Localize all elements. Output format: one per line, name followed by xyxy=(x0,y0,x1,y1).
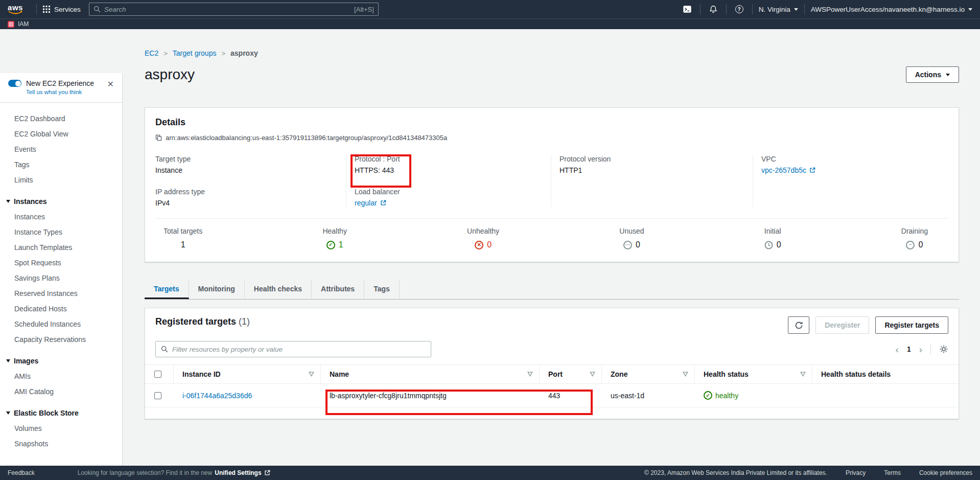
current-page[interactable]: 1 xyxy=(907,345,911,353)
chevron-down-icon xyxy=(968,8,972,11)
privacy-link[interactable]: Privacy xyxy=(846,469,866,476)
details-heading: Details xyxy=(155,117,948,128)
section-label: Images xyxy=(14,357,38,365)
new-ec2-experience-toggle[interactable] xyxy=(8,80,21,87)
target-group-arn: arn:aws:elasticloadbalancing:us-east-1:3… xyxy=(166,134,447,142)
main-content: EC2 > Target groups > asproxy asproxy Ac… xyxy=(123,29,980,466)
deregister-button[interactable]: Deregister xyxy=(815,316,869,334)
field-label: Target type xyxy=(155,155,337,163)
stat-label: Total targets xyxy=(164,227,202,235)
field-load-balancer: Load balancer regular xyxy=(355,188,542,207)
sidebar-section-elastic-block-store[interactable]: Elastic Block Store xyxy=(0,405,122,421)
load-balancer-link[interactable]: regular xyxy=(355,199,377,207)
region-selector[interactable]: N. Virginia xyxy=(759,6,798,13)
sidebar-item-limits[interactable]: Limits xyxy=(0,172,122,188)
sidebar-item-instances[interactable]: Instances xyxy=(0,209,122,224)
register-targets-button[interactable]: Register targets xyxy=(875,316,948,334)
targets-filter-input[interactable] xyxy=(172,346,426,353)
sidebar-section-images[interactable]: Images xyxy=(0,353,122,369)
sidebar-item-instance-types[interactable]: Instance Types xyxy=(0,224,122,240)
field-ip-address-type: IP address type IPv4 xyxy=(155,188,337,207)
sidebar-item-volumes[interactable]: Volumes xyxy=(0,421,122,436)
health-status-text: healthy xyxy=(715,392,738,400)
sidebar-item-ec2-global-view[interactable]: EC2 Global View xyxy=(0,126,122,142)
top-navigation-bar: aws Services [Alt+S] ? N. Virginia AWSPo… xyxy=(0,0,980,18)
sidebar-item-reserved-instances[interactable]: Reserved Instances xyxy=(0,286,122,301)
global-search[interactable]: [Alt+S] xyxy=(89,3,379,16)
health-status-value: ✓ healthy xyxy=(704,391,738,400)
filter-icon[interactable] xyxy=(800,372,806,377)
cloudshell-button[interactable] xyxy=(681,3,694,16)
breadcrumb-target-groups[interactable]: Target groups xyxy=(173,49,217,57)
row-checkbox[interactable] xyxy=(154,392,161,399)
breadcrumb-ec2[interactable]: EC2 xyxy=(145,49,158,57)
search-input[interactable] xyxy=(104,6,351,13)
target-zone: us-east-1d xyxy=(611,392,644,400)
initial-clock-icon xyxy=(764,241,773,249)
sidebar-item-capacity-reservations[interactable]: Capacity Reservations xyxy=(0,332,122,347)
column-health-status-details: Health status details xyxy=(821,370,891,378)
stat-healthy: Healthy ✓1 xyxy=(322,227,346,249)
sidebar-section-instances[interactable]: Instances xyxy=(0,194,122,209)
sidebar-item-savings-plans[interactable]: Savings Plans xyxy=(0,270,122,286)
stat-value: 0 xyxy=(487,240,492,249)
previous-page-icon[interactable]: ‹ xyxy=(896,345,899,354)
services-label: Services xyxy=(54,6,81,13)
services-menu-button[interactable]: Services xyxy=(43,6,81,13)
breadcrumb: EC2 > Target groups > asproxy xyxy=(145,49,959,57)
field-protocol-version: Protocol version HTTP1 xyxy=(559,155,743,174)
sidebar-item-spot-requests[interactable]: Spot Requests xyxy=(0,255,122,270)
select-all-checkbox[interactable] xyxy=(154,371,161,378)
filter-icon[interactable] xyxy=(683,372,688,377)
sidebar-item-launch-templates[interactable]: Launch Templates xyxy=(0,240,122,255)
vpc-link[interactable]: vpc-2657db5c xyxy=(761,166,806,174)
tab-targets[interactable]: Targets xyxy=(145,280,189,299)
tab-attributes[interactable]: Attributes xyxy=(312,280,364,299)
copy-icon[interactable] xyxy=(155,134,162,141)
sidebar-item-events[interactable]: Events xyxy=(0,142,122,157)
actions-button[interactable]: Actions xyxy=(906,66,959,83)
sidebar-item-ami-catalog[interactable]: AMI Catalog xyxy=(0,384,122,399)
aws-logo-text: aws xyxy=(8,4,23,11)
field-value: HTTP1 xyxy=(559,166,743,174)
favorite-iam[interactable]: IAM xyxy=(8,20,29,28)
favorites-bar: IAM xyxy=(0,18,980,29)
next-page-icon[interactable]: › xyxy=(919,345,922,354)
external-link-icon xyxy=(380,200,386,206)
filter-icon[interactable] xyxy=(309,372,314,377)
tab-health-checks[interactable]: Health checks xyxy=(245,280,312,299)
gear-icon[interactable] xyxy=(939,345,948,354)
sidebar-item-tags[interactable]: Tags xyxy=(0,157,122,172)
filter-icon[interactable] xyxy=(590,372,595,377)
stat-value: 0 xyxy=(918,240,923,249)
bell-icon xyxy=(709,5,717,13)
cookie-preferences-link[interactable]: Cookie preferences xyxy=(919,469,972,476)
targets-filter[interactable] xyxy=(155,341,431,357)
sidebar: New EC2 Experience Tell us what you thin… xyxy=(0,29,123,466)
filter-icon[interactable] xyxy=(527,372,533,377)
tab-monitoring[interactable]: Monitoring xyxy=(189,280,245,299)
sidebar-item-dedicated-hosts[interactable]: Dedicated Hosts xyxy=(0,301,122,316)
tell-us-link[interactable]: Tell us what you think xyxy=(26,89,115,95)
help-button[interactable]: ? xyxy=(733,3,746,16)
stat-value: 1 xyxy=(339,240,343,249)
aws-logo[interactable]: aws xyxy=(8,4,23,15)
account-menu[interactable]: AWSPowerUserAccess/navaneeth.kn@harness.… xyxy=(811,6,972,13)
tab-tags[interactable]: Tags xyxy=(364,280,400,299)
sidebar-item-scheduled-instances[interactable]: Scheduled Instances xyxy=(0,316,122,332)
close-icon[interactable]: ✕ xyxy=(107,80,114,88)
instance-id-link[interactable]: i-06f1744a6a25d36d6 xyxy=(182,392,252,400)
feedback-link[interactable]: Feedback xyxy=(8,469,35,476)
refresh-button[interactable] xyxy=(788,316,809,334)
terms-link[interactable]: Terms xyxy=(884,469,901,476)
external-link-icon xyxy=(264,470,270,476)
draining-minus-icon: − xyxy=(906,241,915,249)
sidebar-item-amis[interactable]: AMIs xyxy=(0,369,122,384)
stat-value: 1 xyxy=(181,240,185,249)
sidebar-item-ec2-dashboard[interactable]: EC2 Dashboard xyxy=(0,111,122,126)
field-label: VPC xyxy=(761,155,939,163)
aws-smile-icon xyxy=(8,11,23,15)
unified-settings-link[interactable]: Unified Settings xyxy=(215,469,261,476)
sidebar-item-snapshots[interactable]: Snapshots xyxy=(0,436,122,451)
notifications-button[interactable] xyxy=(707,3,720,16)
